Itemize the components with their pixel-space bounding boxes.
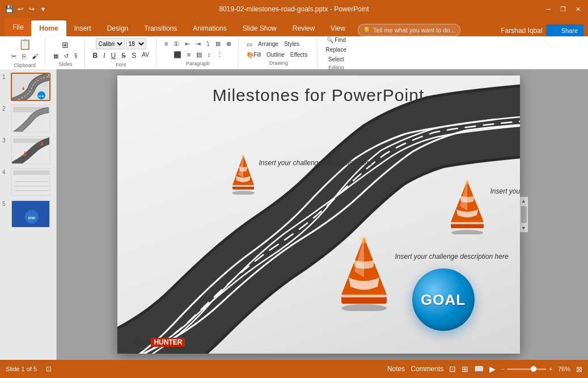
slide-thumbnail-2[interactable]	[11, 104, 50, 133]
underline-button[interactable]: U	[109, 51, 119, 61]
shape-outline-button[interactable]: Outline	[264, 51, 287, 59]
indent-increase-button[interactable]: ⇥	[193, 39, 203, 49]
scroll-up-button[interactable]: ▲	[520, 197, 527, 205]
redo-icon[interactable]: ↪	[27, 5, 36, 14]
font-family-select[interactable]: Calibri	[96, 38, 125, 49]
numbering-button[interactable]: ①	[171, 39, 181, 49]
slide-thumb-5[interactable]: 5 END	[2, 200, 54, 228]
zoom-slider[interactable]: − +	[501, 366, 552, 372]
clipboard-group: 📋 ✂ ⎘ 🖌 Clipboard	[5, 38, 45, 68]
share-button[interactable]: 👤 Share	[546, 24, 583, 36]
strikethrough-button[interactable]: S̶	[119, 51, 128, 61]
tell-me-text[interactable]: Tell me what you want to do...	[373, 27, 455, 33]
zoom-level[interactable]: 76%	[558, 366, 570, 372]
tab-home[interactable]: Home	[31, 20, 66, 36]
shape-button[interactable]: ▭	[244, 40, 255, 49]
svg-rect-12	[13, 170, 50, 175]
cone-1-label[interactable]: Insert your challenge description here	[259, 158, 373, 168]
undo-icon[interactable]: ↩	[16, 5, 25, 14]
scroll-thumb[interactable]	[521, 206, 527, 223]
watermark: Slide HUNTER	[134, 338, 185, 347]
align-left-button[interactable]: ⬛	[171, 50, 184, 60]
bold-button[interactable]: B	[91, 51, 100, 61]
font-size-select[interactable]: 18	[126, 38, 146, 49]
line-spacing-button[interactable]: ↕	[205, 50, 213, 60]
svg-rect-33	[341, 295, 387, 297]
bullets-button[interactable]: ≡	[162, 39, 170, 49]
ribbon-tabs: File Home Insert Design Transitions Anim…	[0, 18, 588, 36]
slide-canvas[interactable]: Milestones for PowerPoint	[117, 75, 520, 354]
tab-insert[interactable]: Insert	[66, 20, 99, 36]
customize-icon[interactable]: ▾	[39, 5, 48, 14]
new-slide-button[interactable]: ⊞	[60, 39, 71, 51]
paragraph-group: ≡ ① ⇤ ⇥ ⤵ ⊞ ⊗ ⬛ ≡ ▤ ↕ ⋮ Paragraph	[158, 38, 239, 68]
title-bar-right: ─ ❐ ✕	[543, 3, 583, 15]
find-button[interactable]: 🔍 Find	[323, 36, 349, 44]
cone-1-group: Insert your challenge description here	[228, 152, 259, 197]
shape-effects-button[interactable]: Effects	[288, 51, 310, 59]
shape-fill-button[interactable]: 🎨Fill	[244, 51, 263, 59]
tab-view[interactable]: View	[323, 20, 353, 36]
editing-group: 🔍 Find Replace Select Editing	[319, 38, 353, 68]
slide-panel: 1 GOAL 2	[0, 69, 57, 360]
watermark-hunter: HUNTER	[151, 338, 185, 347]
tab-file[interactable]: File	[5, 18, 31, 36]
layout-button[interactable]: ▦	[51, 52, 61, 60]
slide-thumbnail-3[interactable]	[11, 136, 50, 165]
format-painter-button[interactable]: 🖌	[29, 52, 40, 61]
arrange-button[interactable]: Arrange	[256, 40, 281, 49]
select-button[interactable]: Select	[323, 55, 349, 64]
cone-3-label[interactable]: Insert your challenge description here	[395, 251, 509, 262]
tab-transitions[interactable]: Transitions	[136, 20, 185, 36]
text-direction-button[interactable]: ⤵	[204, 39, 212, 49]
goal-button[interactable]: GOAL	[412, 268, 475, 331]
zoom-track[interactable]	[507, 368, 547, 370]
slide-thumb-4[interactable]: 4	[2, 168, 54, 196]
canvas-area: Milestones for PowerPoint	[57, 69, 588, 360]
normal-view-button[interactable]: ⊡	[449, 364, 456, 373]
section-button[interactable]: §	[72, 52, 80, 60]
tab-review[interactable]: Review	[285, 20, 323, 36]
align-right-button[interactable]: ▤	[194, 50, 204, 60]
scroll-down-button[interactable]: ▼	[520, 224, 527, 232]
italic-button[interactable]: I	[101, 51, 107, 61]
close-button[interactable]: ✕	[572, 3, 583, 15]
window-title: 8019-02-milestones-road-goals.pptx - Pow…	[219, 5, 369, 13]
indent-decrease-button[interactable]: ⇤	[183, 39, 192, 49]
smartart-button[interactable]: ⊗	[224, 39, 234, 49]
slideshow-view-button[interactable]: ▶	[489, 364, 496, 373]
columns-button[interactable]: ⋮	[214, 50, 225, 60]
char-spacing-button[interactable]: AV	[139, 51, 151, 61]
slide-thumbnail-5[interactable]: END	[11, 200, 50, 228]
slide-info-icon[interactable]: ⊡	[46, 365, 52, 373]
cone-2-label[interactable]: Insert your challenge description here	[490, 186, 520, 196]
zoom-thumb[interactable]	[531, 366, 536, 372]
tab-slideshow[interactable]: Slide Show	[235, 20, 285, 36]
reading-view-button[interactable]: 📖	[474, 364, 484, 373]
slide-thumbnail-1[interactable]: GOAL	[11, 73, 50, 101]
align-center-button[interactable]: ≡	[185, 50, 193, 60]
slide-sorter-button[interactable]: ⊞	[462, 364, 468, 373]
copy-button[interactable]: ⎘	[20, 52, 28, 61]
align-columns-button[interactable]: ⊞	[213, 39, 223, 49]
notes-button[interactable]: Notes	[387, 365, 405, 373]
slides-group: ⊞ ▦ ↺ § Slides	[46, 38, 85, 68]
quick-styles-button[interactable]: Styles	[282, 40, 302, 49]
reset-button[interactable]: ↺	[62, 52, 71, 60]
fit-button[interactable]: ⊠	[576, 365, 582, 373]
cut-button[interactable]: ✂	[9, 52, 19, 61]
shadow-button[interactable]: S	[129, 51, 138, 61]
restore-button[interactable]: ❐	[557, 3, 569, 15]
paste-button[interactable]: 📋	[16, 38, 33, 51]
comments-button[interactable]: Comments	[411, 365, 443, 373]
svg-point-30	[465, 180, 469, 184]
slide-thumb-2[interactable]: 2	[2, 104, 54, 133]
tab-design[interactable]: Design	[99, 20, 136, 36]
slide-thumb-1[interactable]: 1 GOAL	[2, 73, 54, 101]
replace-button[interactable]: Replace	[323, 45, 349, 54]
slide-thumbnail-4[interactable]	[11, 168, 50, 196]
slide-thumb-3[interactable]: 3	[2, 136, 54, 165]
minimize-button[interactable]: ─	[543, 3, 554, 15]
save-icon[interactable]: 💾	[5, 5, 14, 14]
tab-animations[interactable]: Animations	[185, 20, 234, 36]
